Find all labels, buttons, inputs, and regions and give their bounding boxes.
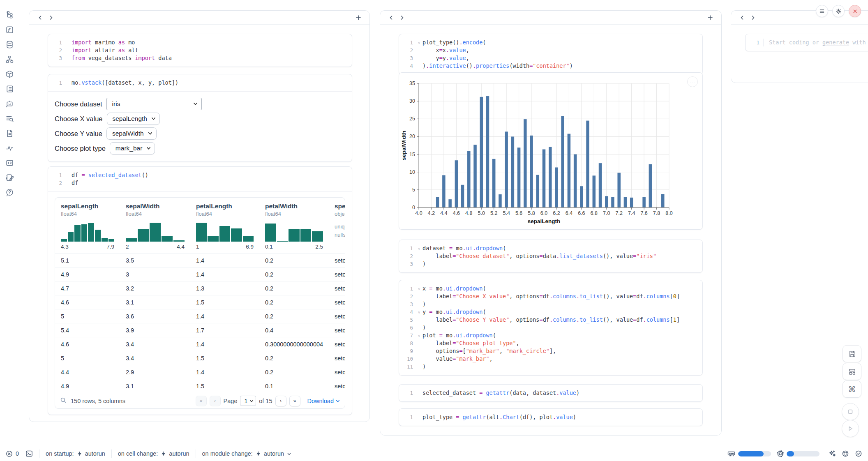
code-line[interactable]: 3) — [399, 260, 702, 268]
close-button[interactable] — [849, 5, 861, 17]
snippets-icon[interactable] — [0, 155, 19, 170]
move-column-left-button[interactable] — [737, 13, 748, 22]
cell-vstack[interactable]: 1mo.vstack([dataset, x, y, plot]) Choose… — [48, 74, 352, 162]
cell-dataframe[interactable]: 1df = selected_dataset()2df sepalLengthf… — [48, 166, 352, 415]
on-startup-setting[interactable]: on startup: autorun — [46, 450, 105, 457]
settings-gear-button[interactable] — [832, 5, 845, 17]
table-row[interactable]: 5.43.91.70.4setosa — [55, 323, 345, 337]
file-tree-icon[interactable] — [0, 7, 19, 22]
code-line[interactable]: 10 value="mark_bar", — [399, 355, 702, 363]
dataset-select[interactable]: iris — [106, 98, 202, 110]
stop-button[interactable] — [842, 403, 859, 420]
table-row[interactable]: 53.41.50.2setosa — [55, 351, 345, 365]
code-line[interactable]: 2import altair as alt — [48, 46, 352, 54]
code-line[interactable]: 3 y=y.value, — [399, 54, 702, 62]
memory-usage[interactable] — [727, 451, 771, 457]
fold-chevron-icon[interactable]: v — [417, 39, 420, 47]
package-icon[interactable] — [0, 67, 19, 81]
add-cell-button[interactable] — [705, 13, 716, 22]
scratchpad-icon[interactable] — [0, 170, 19, 185]
next-page-button[interactable]: › — [275, 396, 286, 406]
code-line[interactable]: 3from vega_datasets import data — [48, 54, 352, 62]
column-histogram[interactable] — [265, 222, 323, 242]
table-row[interactable]: 4.73.21.30.2setosa — [55, 281, 345, 295]
column-header-petalWidth[interactable]: petalWidthfloat640.12.5 — [259, 203, 329, 250]
connection-status-button[interactable] — [855, 450, 862, 457]
plot-type-select[interactable]: mark_bar — [110, 142, 155, 154]
column-histogram[interactable] — [196, 222, 254, 242]
document-icon[interactable] — [0, 126, 19, 141]
fold-chevron-icon[interactable]: v — [417, 245, 420, 253]
move-column-left-button[interactable] — [386, 13, 397, 22]
on-cell-change-setting[interactable]: on cell change: autorun — [118, 450, 189, 457]
layout-button[interactable] — [843, 363, 861, 380]
terminal-button[interactable] — [25, 450, 33, 457]
keyboard-shortcuts-button[interactable]: ⌘ — [843, 380, 861, 398]
ai-assistant-button[interactable] — [842, 450, 849, 457]
on-module-change-setting[interactable]: on module change: autorun — [202, 450, 292, 457]
add-cell-button[interactable] — [353, 13, 364, 22]
code-line[interactable]: 1vx = mo.ui.dropdown( — [399, 285, 702, 293]
table-row[interactable]: 4.93.11.50.1setosa — [55, 379, 345, 393]
code-line[interactable]: 3) — [399, 300, 702, 308]
table-row[interactable]: 5.13.51.40.2setosa — [55, 253, 345, 267]
column-histogram[interactable] — [61, 222, 114, 242]
column-header-species[interactable]: speciesobjectunique: nulls: — [329, 203, 345, 250]
cpu-usage[interactable] — [777, 450, 820, 457]
move-column-right-button[interactable] — [397, 13, 407, 22]
code-line[interactable]: 1mo.vstack([dataset, x, y, plot]) — [48, 79, 352, 87]
code-line[interactable]: 2 label="Choose dataset", options=data.l… — [399, 252, 702, 260]
code-line[interactable]: 1import marimo as mo — [48, 39, 352, 46]
move-column-left-button[interactable] — [35, 13, 46, 22]
code-line[interactable]: 1vdataset = mo.ui.dropdown( — [399, 244, 702, 252]
first-page-button[interactable]: « — [196, 396, 207, 406]
code-line[interactable]: 1vplot_type().encode( — [399, 39, 702, 46]
ai-sparkles-button[interactable] — [829, 450, 836, 457]
code-line[interactable]: 1selected_dataset = getattr(data, datase… — [399, 389, 702, 397]
help-icon[interactable] — [0, 185, 19, 200]
code-line[interactable]: 2df — [48, 179, 352, 187]
code-line[interactable]: 11) — [399, 363, 702, 371]
download-button[interactable]: Download — [307, 398, 340, 404]
code-line[interactable]: 9 options=["mark_bar", "mark_circle"], — [399, 347, 702, 355]
move-column-right-button[interactable] — [748, 13, 758, 22]
column-header-petalLength[interactable]: petalLengthfloat6416.9 — [190, 203, 259, 250]
last-page-button[interactable]: » — [289, 396, 300, 406]
column-header-sepalWidth[interactable]: sepalWidthfloat6424.4 — [120, 203, 190, 250]
run-all-button[interactable] — [842, 420, 859, 437]
generate-link[interactable]: generate — [822, 39, 849, 46]
editor-placeholder[interactable]: Start coding or generate with AI — [764, 39, 868, 46]
function-icon[interactable] — [0, 22, 19, 37]
search-icon[interactable] — [60, 397, 67, 405]
save-button[interactable] — [843, 345, 861, 362]
search-list-icon[interactable] — [0, 111, 19, 126]
code-line[interactable]: 2 x=x.value, — [399, 46, 702, 54]
table-row[interactable]: 4.63.11.50.2setosa — [55, 295, 345, 309]
code-line[interactable]: 7vplot = mo.ui.dropdown( — [399, 332, 702, 339]
fold-chevron-icon[interactable]: v — [417, 309, 420, 316]
table-row[interactable]: 53.61.40.2setosa — [55, 309, 345, 323]
chart-menu-button[interactable]: ··· — [687, 76, 698, 87]
x-value-select[interactable]: sepalLength — [107, 113, 160, 125]
cell-selected-dataset[interactable]: 1selected_dataset = getattr(data, datase… — [399, 384, 703, 402]
code-line[interactable]: 2 label="Choose X value", options=df.col… — [399, 293, 702, 300]
cell-empty-new[interactable]: 1 Start coding or generate with AI — [745, 34, 868, 51]
code-line[interactable]: 4).interactive().properties(width="conta… — [399, 62, 702, 70]
chat-bot-icon[interactable] — [0, 96, 19, 111]
code-line[interactable]: 1df = selected_dataset() — [48, 171, 352, 179]
code-line[interactable]: 1plot_type = getattr(alt.Chart(df), plot… — [399, 413, 702, 421]
column-header-sepalLength[interactable]: sepalLengthfloat644.37.9 — [55, 203, 120, 250]
errors-indicator[interactable]: 0 — [6, 450, 19, 457]
prev-page-button[interactable]: ‹ — [210, 396, 221, 406]
fold-chevron-icon[interactable]: v — [417, 285, 420, 293]
code-line[interactable]: 8 label="Choose plot type", — [399, 339, 702, 347]
cell-xy-plot-dropdowns[interactable]: 1vx = mo.ui.dropdown(2 label="Choose X v… — [399, 280, 703, 376]
sitemap-icon[interactable] — [0, 52, 19, 67]
notebook-menu-button[interactable] — [816, 5, 828, 17]
database-icon[interactable] — [0, 37, 19, 52]
cell-plot-encode[interactable]: 1vplot_type().encode(2 x=x.value,3 y=y.v… — [399, 34, 703, 75]
table-row[interactable]: 4.42.91.40.2setosa — [55, 365, 345, 379]
table-row[interactable]: 4.931.40.2setosa — [55, 267, 345, 281]
code-line[interactable]: 6) — [399, 324, 702, 332]
page-select[interactable]: 1 — [240, 396, 256, 406]
